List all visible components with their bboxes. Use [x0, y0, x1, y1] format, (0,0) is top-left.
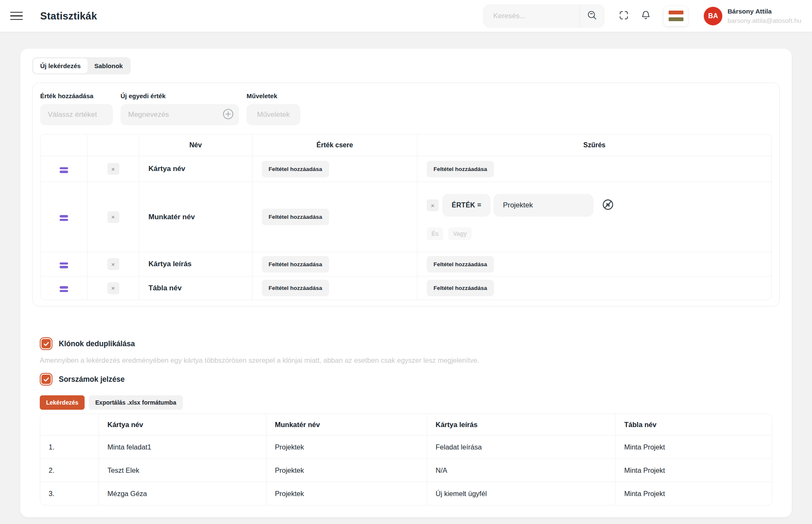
add-value-condition-button[interactable]: Feltétel hozzáadása	[262, 161, 329, 177]
table-name-cell: Minta Projekt	[615, 482, 772, 505]
card-name-header: Kártya név	[99, 414, 266, 435]
remove-row-button[interactable]: ×	[107, 258, 119, 270]
builder-form: Érték hozzáadása Válassz értéket Új egye…	[40, 92, 772, 125]
card-name-cell: Teszt Elek	[99, 458, 266, 482]
card-description-cell: N/A	[427, 458, 615, 482]
tab-templates[interactable]: Sablonok	[88, 58, 130, 73]
operations-group: Műveletek Műveletek	[247, 92, 300, 125]
page-title: Statisztikák	[40, 10, 97, 22]
plus-circle-icon	[222, 108, 234, 121]
operations-button[interactable]: Műveletek	[247, 104, 300, 125]
main-content: Új lekérdezés Sablonok Érték hozzáadása …	[0, 32, 812, 517]
user-info: Bársony Attila barsony.attila@atosoft.hu	[727, 8, 801, 25]
row-name: Kártya név	[139, 156, 252, 182]
fullscreen-button[interactable]	[618, 10, 629, 22]
workspace-name-cell: Projektek	[266, 482, 427, 505]
card-name-cell: Mézga Géza	[99, 482, 266, 505]
table-name-cell: Minta Projekt	[615, 458, 772, 482]
top-bar: Statisztikák	[0, 0, 812, 32]
row-number: 1.	[40, 435, 99, 458]
config-row-kartya-leiras: × Kártya leírás Feltétel hozzáadása Felt…	[41, 252, 771, 276]
add-value-button[interactable]	[222, 108, 234, 121]
results-table: Kártya név Munkatér név Kártya leírás Tá…	[40, 414, 772, 505]
config-row-kartya-nev: × Kártya név Feltétel hozzáadása Feltéte…	[41, 156, 771, 182]
notifications-button[interactable]	[640, 10, 651, 22]
table-name-cell: Minta Projekt	[615, 435, 772, 458]
operations-label: Műveletek	[247, 92, 300, 99]
logic-operator-row: És Vagy	[427, 227, 771, 240]
add-filter-condition-button[interactable]: Feltétel hozzáadása	[427, 256, 494, 273]
drag-handle-icon[interactable]	[59, 261, 69, 270]
add-value-condition-button[interactable]: Feltétel hozzáadása	[262, 256, 329, 273]
row-number: 2.	[40, 458, 99, 482]
query-builder-panel: Érték hozzáadása Válassz értéket Új egye…	[32, 83, 780, 306]
number-column-header	[40, 414, 99, 435]
tab-new-query[interactable]: Új lekérdezés	[33, 58, 88, 73]
avatar: BA	[704, 7, 722, 25]
config-row-tabla-nev: × Tábla név Feltétel hozzáadása Feltétel…	[41, 276, 771, 300]
add-value-label: Érték hozzáadása	[40, 92, 113, 99]
dedupe-description: Amennyiben a lekérdezés eredményében egy…	[40, 356, 772, 364]
action-buttons: Lekérdezés Exportálás .xlsx formátumba	[40, 395, 772, 410]
top-bar-actions: BA Bársony Attila barsony.attila@atosoft…	[483, 5, 801, 28]
remove-row-button[interactable]: ×	[107, 282, 119, 294]
dedupe-checkbox[interactable]: Klónok deduplikálása	[40, 337, 135, 350]
drag-handle-icon[interactable]	[59, 285, 69, 293]
name-column-header: Név	[139, 135, 252, 156]
drag-column-header	[41, 135, 87, 156]
card-description-header: Kártya leírás	[427, 414, 615, 435]
result-row: 1. Minta feladat1 Projektek Feladat leír…	[40, 435, 772, 458]
and-button[interactable]: És	[427, 227, 443, 240]
language-flag-button[interactable]	[664, 6, 688, 26]
filter-condition-editor: × ÉRTÉK = Projektek	[427, 194, 771, 240]
user-name: Bársony Attila	[727, 8, 801, 15]
value-swap-column-header: Érték csere	[252, 135, 417, 156]
statistics-card: Új lekérdezés Sablonok Érték hozzáadása …	[20, 49, 792, 517]
export-xlsx-button[interactable]: Exportálás .xlsx formátumba	[89, 395, 182, 410]
user-email: barsony.attila@atosoft.hu	[727, 17, 801, 25]
workspace-name-cell: Projektek	[266, 435, 427, 458]
exclude-toggle-button[interactable]: N	[602, 199, 614, 212]
new-value-group: Új egyedi érték	[121, 92, 239, 125]
options-and-results: Klónok deduplikálása Amennyiben a lekérd…	[40, 337, 772, 505]
remove-row-button[interactable]: ×	[107, 163, 119, 175]
row-number: 3.	[40, 482, 99, 505]
remove-filter-button[interactable]: ×	[427, 199, 439, 211]
row-name: Kártya leírás	[139, 252, 252, 276]
hungarian-flag-icon	[669, 11, 683, 21]
dedupe-label: Klónok deduplikálása	[59, 339, 135, 348]
drag-handle-icon[interactable]	[59, 214, 69, 222]
result-row: 2. Teszt Elek Projektek N/A Minta Projek…	[40, 458, 772, 482]
checkbox-checked-icon	[40, 337, 52, 350]
svg-text:N: N	[606, 202, 610, 208]
workspace-name-cell: Projektek	[266, 458, 427, 482]
results-header-row: Kártya név Munkatér név Kártya leírás Tá…	[40, 414, 772, 435]
numbering-checkbox[interactable]: Sorszámok jelzése	[40, 373, 125, 386]
query-button[interactable]: Lekérdezés	[40, 395, 85, 410]
filter-value-input[interactable]: Projektek	[494, 194, 593, 217]
new-value-input[interactable]	[121, 110, 222, 119]
search-button[interactable]	[580, 5, 604, 27]
menu-icon[interactable]	[10, 11, 23, 21]
slashed-n-icon: N	[602, 199, 614, 212]
fullscreen-icon	[618, 10, 629, 22]
add-filter-condition-button[interactable]: Feltétel hozzáadása	[427, 161, 494, 177]
add-value-condition-button[interactable]: Feltétel hozzáadása	[262, 280, 329, 296]
add-value-condition-button[interactable]: Feltétel hozzáadása	[262, 209, 329, 225]
add-filter-condition-button[interactable]: Feltétel hozzáadása	[427, 280, 494, 296]
search-input[interactable]	[484, 12, 579, 20]
config-table-header-row: Név Érték csere Szűrés	[41, 135, 771, 156]
value-select[interactable]: Válassz értéket	[40, 104, 113, 125]
filter-operator[interactable]: ÉRTÉK =	[442, 194, 491, 217]
filter-condition-row: × ÉRTÉK = Projektek	[427, 194, 771, 217]
card-name-cell: Minta feladat1	[99, 435, 266, 458]
remove-row-button[interactable]: ×	[107, 211, 119, 223]
checkbox-checked-icon	[40, 373, 52, 386]
magnifier-icon	[587, 10, 598, 22]
bell-icon	[640, 10, 651, 22]
config-table: Név Érték csere Szűrés × Kártya név Felt…	[40, 134, 772, 300]
drag-handle-icon[interactable]	[59, 166, 69, 174]
or-button[interactable]: Vagy	[448, 227, 472, 240]
row-name: Munkatér név	[139, 182, 252, 252]
user-menu[interactable]: BA Bársony Attila barsony.attila@atosoft…	[704, 7, 801, 25]
